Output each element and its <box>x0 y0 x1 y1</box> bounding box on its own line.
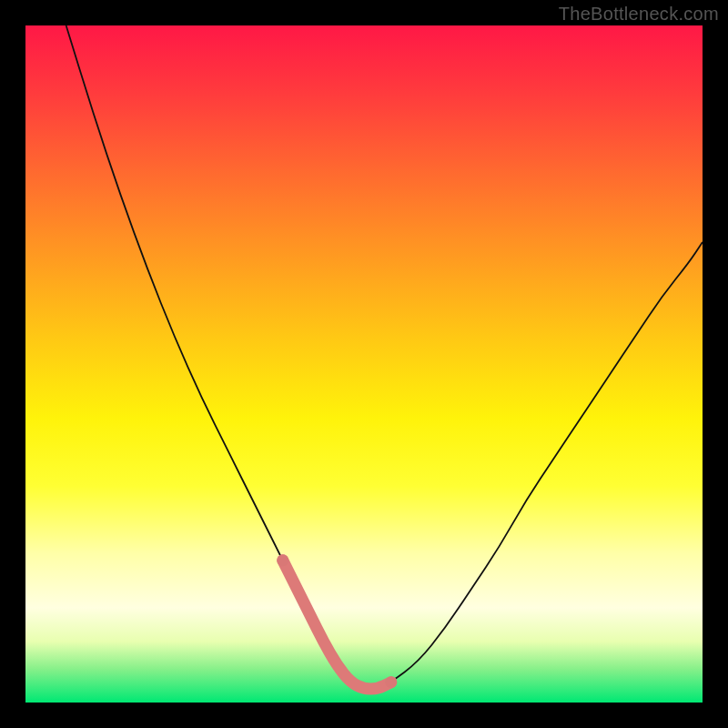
plot-area <box>25 25 703 703</box>
watermark-text: TheBottleneck.com <box>559 4 719 25</box>
chart-frame: TheBottleneck.com <box>0 0 728 728</box>
chart-svg <box>25 25 703 703</box>
highlight-rim <box>283 561 391 689</box>
highlight-rim-dot-right <box>385 676 397 688</box>
curve-group <box>66 25 703 689</box>
main-curve-line <box>66 25 703 689</box>
highlight-rim-dot-left <box>277 554 288 566</box>
